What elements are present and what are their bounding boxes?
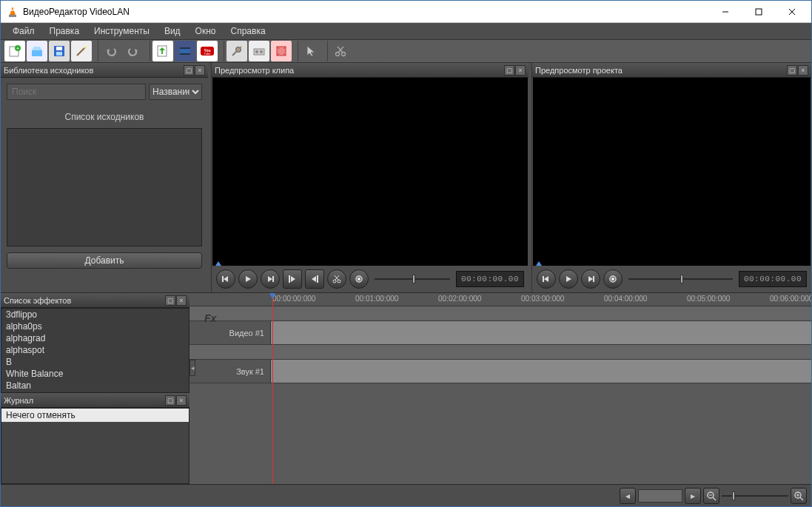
journal-list[interactable]: Нечего отменять (1, 408, 189, 484)
tools-icon[interactable] (227, 41, 247, 61)
svg-rect-23 (180, 47, 190, 49)
menu-tools[interactable]: Инструменты (87, 24, 157, 38)
panel-close-icon[interactable]: × (515, 65, 526, 75)
zoom-out-button[interactable] (703, 488, 719, 504)
render-icon[interactable] (249, 41, 269, 61)
stop-button[interactable] (349, 269, 369, 289)
svg-rect-10 (32, 50, 42, 56)
scroll-left-button[interactable]: ◂ (620, 488, 636, 504)
redo-icon[interactable] (123, 41, 144, 61)
minimize-button[interactable] (708, 1, 742, 22)
menu-edit[interactable]: Правка (42, 24, 87, 38)
project-position-slider[interactable] (625, 272, 736, 286)
prev-frame-button[interactable] (537, 269, 556, 289)
journal-header[interactable]: Журнал ▢ × (1, 393, 189, 408)
new-project-icon[interactable]: + (4, 41, 25, 61)
panel-float-icon[interactable]: ▢ (165, 395, 175, 406)
menu-file[interactable]: Файл (5, 24, 42, 38)
clip-preview-canvas[interactable] (212, 78, 528, 266)
next-frame-button[interactable] (581, 269, 600, 289)
clip-preview-title: Предпросмотр клипа (215, 66, 294, 75)
list-item[interactable]: Нечего отменять (1, 409, 189, 422)
audio-track-body[interactable] (271, 360, 811, 383)
clip-preview-controls: 00:00:00.00 (212, 266, 529, 292)
menu-window[interactable]: Окно (188, 24, 224, 38)
video-track[interactable]: Видео #1 (189, 321, 811, 345)
wizard-icon[interactable] (71, 41, 92, 61)
cut-button[interactable] (327, 269, 346, 289)
mark-in-button[interactable] (283, 269, 302, 289)
library-header[interactable]: Библиотека исходников ▢ × (1, 63, 208, 78)
list-item[interactable]: 3dflippo (1, 309, 189, 320)
panel-close-icon[interactable]: × (176, 395, 187, 406)
panel-float-icon[interactable]: ▢ (184, 65, 194, 75)
panel-float-icon[interactable]: ▢ (165, 295, 175, 306)
panel-close-icon[interactable]: × (176, 295, 187, 306)
cursor-icon[interactable] (301, 41, 321, 61)
project-preview-header[interactable]: Предпросмотр проекта ▢ × (532, 63, 811, 78)
ruler-label: 00:04:00:000 (604, 295, 647, 303)
menu-help[interactable]: Справка (224, 24, 273, 38)
collapse-handle[interactable]: ◂ (189, 360, 195, 376)
toolbar-separator (94, 41, 98, 61)
play-button[interactable] (238, 269, 258, 289)
svg-point-33 (260, 50, 263, 53)
close-button[interactable] (775, 1, 808, 22)
list-item[interactable]: B (1, 356, 189, 368)
list-item[interactable]: alphagrad (1, 332, 189, 344)
clip-icon[interactable] (175, 41, 195, 61)
video-track-body[interactable] (271, 321, 811, 344)
library-list-heading: Список исходников (1, 112, 208, 122)
menu-view[interactable]: Вид (157, 24, 188, 38)
svg-rect-13 (56, 47, 62, 50)
next-frame-button[interactable] (261, 269, 280, 289)
undo-icon[interactable] (101, 41, 121, 61)
audio-track-label[interactable]: Звук #1 (189, 360, 271, 383)
list-item[interactable]: alphaspot (1, 344, 189, 356)
list-item[interactable]: White Balance (1, 368, 189, 380)
svg-rect-41 (222, 276, 224, 282)
import-icon[interactable] (152, 41, 173, 61)
play-button[interactable] (559, 269, 578, 289)
audio-track[interactable]: Звук #1 (189, 360, 811, 383)
project-preview-canvas[interactable] (533, 78, 811, 266)
upper-panels: Библиотека исходников ▢ × Название Списо… (1, 63, 811, 292)
stop-button[interactable] (603, 269, 623, 289)
maximize-button[interactable] (742, 1, 775, 22)
search-input[interactable] (7, 84, 146, 100)
list-item[interactable]: Baltan (1, 380, 189, 392)
youtube-icon[interactable]: YouTube (197, 41, 218, 61)
sort-select[interactable]: Название (149, 84, 202, 100)
time-ruler[interactable]: 00:00:00:000 00:01:00:000 00:02:00:000 0… (189, 293, 811, 306)
panel-float-icon[interactable]: ▢ (504, 65, 514, 75)
effects-header[interactable]: Список эффектов ▢ × (1, 293, 189, 308)
list-item[interactable]: alpha0ps (1, 320, 189, 332)
save-icon[interactable] (49, 41, 70, 61)
playhead[interactable] (272, 293, 273, 484)
svg-line-51 (335, 275, 339, 280)
svg-rect-45 (289, 275, 290, 283)
open-icon[interactable] (27, 41, 47, 61)
prev-frame-button[interactable] (216, 269, 235, 289)
clip-preview-header[interactable]: Предпросмотр клипа ▢ × (212, 63, 529, 78)
video-track-label[interactable]: Видео #1 (189, 321, 271, 344)
scroll-right-button[interactable]: ▸ (685, 488, 701, 504)
cut-icon[interactable] (330, 41, 351, 61)
zoom-in-button[interactable] (791, 488, 807, 504)
mark-out-button[interactable] (305, 269, 324, 289)
menu-bar: Файл Правка Инструменты Вид Окно Справка (1, 23, 811, 39)
add-button[interactable]: Добавить (7, 252, 202, 269)
panel-close-icon[interactable]: × (195, 65, 205, 75)
zoom-slider[interactable] (722, 488, 788, 503)
window-title: ВидеоРедактор VideoLAN (23, 7, 130, 17)
panel-float-icon[interactable]: ▢ (787, 65, 797, 75)
svg-marker-47 (312, 276, 316, 282)
panel-close-icon[interactable]: × (798, 65, 808, 75)
hscroll-thumb[interactable] (638, 489, 682, 503)
effects-list[interactable]: 3dflippo alpha0ps alphagrad alphaspot B … (1, 308, 189, 393)
fullscreen-icon[interactable] (271, 41, 292, 61)
library-list[interactable] (7, 128, 202, 246)
clip-position-slider[interactable] (372, 272, 453, 286)
svg-point-32 (255, 50, 258, 53)
project-preview-controls: 00:00:00.00 (532, 266, 811, 292)
